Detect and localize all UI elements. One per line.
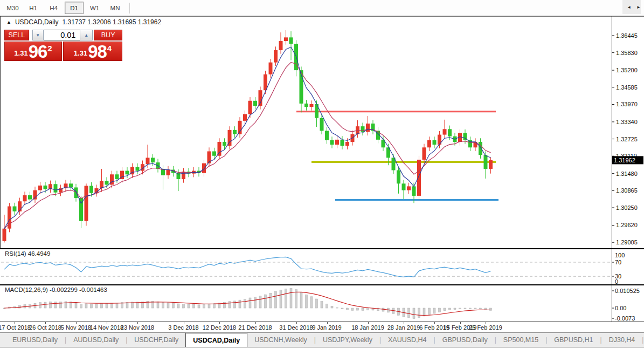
x-axis-label: 28 Jan 2019	[387, 324, 420, 331]
macd-histogram-bar	[280, 290, 282, 308]
arrow-up-icon: ▲	[84, 33, 88, 38]
tab-gbpusd-daily[interactable]: GBPUSD,Daily	[435, 333, 495, 347]
candle-body	[126, 171, 129, 175]
toolbar-separator	[129, 3, 130, 13]
candle-body	[448, 129, 452, 136]
candle-body	[320, 118, 324, 131]
candle-body	[33, 190, 37, 200]
date-axis-tick	[486, 322, 486, 324]
candle-body	[253, 101, 257, 106]
buy-price-prefix: 1.31	[74, 49, 87, 57]
tab-scroll-right-icon[interactable]: ►	[636, 5, 641, 10]
candle-body	[28, 195, 32, 200]
candle-body	[167, 169, 170, 175]
timeframe-mn[interactable]: MN	[106, 2, 124, 14]
one-click-trade-widget: SELL ▼ 0.01 ▲ BUY 1.31 96 2 1.31 98 4	[4, 30, 122, 61]
timeframe-h1[interactable]: H1	[24, 2, 43, 14]
buy-price-button[interactable]: 1.31 98 4	[63, 42, 122, 61]
macd-histogram-bar	[306, 295, 308, 308]
sell-button[interactable]: SELL	[4, 30, 29, 40]
tab-dj30-h4[interactable]: DJ30,H4	[602, 333, 642, 347]
macd-histogram-bar	[244, 299, 246, 308]
candle-body	[269, 63, 273, 74]
buy-price-big: 98	[88, 44, 107, 59]
timeframe-w1[interactable]: W1	[85, 2, 104, 14]
tab-xauusd-h4[interactable]: XAUUSD,H4	[381, 333, 434, 347]
tab-audusd-daily[interactable]: AUDUSD,Daily	[66, 333, 126, 347]
tab-scroll-left-icon[interactable]: ◄	[627, 5, 631, 10]
y-axis-label: 1.30865	[616, 187, 638, 194]
macd-histogram-bar	[80, 304, 82, 308]
y-axis-label: 1.30250	[616, 204, 638, 211]
date-axis-tick	[107, 322, 107, 324]
rsi-indicator-panel[interactable]: 10070300	[0, 249, 644, 285]
macd-histogram-bar	[423, 308, 425, 316]
timeframe-h4[interactable]: H4	[44, 2, 63, 14]
x-axis-label: 26 Oct 2018	[29, 324, 61, 331]
candle-body	[38, 186, 42, 190]
sell-price-button[interactable]: 1.31 96 2	[4, 42, 62, 61]
candle-body	[279, 41, 283, 50]
candle-body	[136, 167, 140, 170]
y-axis-label: 1.35200	[616, 67, 638, 73]
candle-body	[402, 183, 406, 190]
rsi-scale-label: 0	[615, 278, 618, 285]
collapse-triangle-icon[interactable]: ▲	[6, 19, 11, 25]
candle-body	[345, 142, 349, 146]
timeframe-d1[interactable]: D1	[65, 2, 84, 14]
y-axis-label: 1.35830	[616, 50, 638, 56]
tab-scroll-arrows: ◄ ►	[622, 0, 641, 14]
macd-histogram-bar	[336, 308, 338, 308]
y-axis-label: 1.36445	[616, 32, 638, 39]
macd-histogram-bar	[480, 308, 482, 309]
volume-decrease-button[interactable]: ▼	[32, 30, 44, 40]
date-axis-tick	[137, 322, 138, 324]
candle-body	[23, 195, 27, 201]
timeframe-m30[interactable]: M30	[3, 2, 22, 14]
macd-histogram-bar	[239, 300, 241, 308]
tab-sp500-m15[interactable]: SP500,M15	[496, 333, 545, 347]
candle-body	[223, 142, 226, 146]
macd-histogram-bar	[357, 308, 359, 310]
candle-body	[85, 186, 88, 221]
tab-usdcad-daily[interactable]: USDCAD,Daily	[185, 333, 247, 347]
tab-gbpusd-h1[interactable]: GBPUSD,H1	[547, 333, 600, 347]
sell-price-pip: 2	[47, 44, 52, 53]
macd-histogram-bar	[75, 302, 77, 308]
macd-histogram-bar	[91, 304, 93, 308]
tab-usdchf-daily[interactable]: USDCHF,Daily	[127, 333, 185, 347]
volume-increase-button[interactable]: ▲	[80, 30, 93, 40]
candle-body	[54, 184, 58, 192]
y-axis-label: 1.32725	[616, 136, 638, 142]
candle-body	[407, 186, 411, 190]
macd-histogram-bar	[331, 306, 333, 308]
buy-button[interactable]: BUY	[94, 30, 122, 40]
y-axis-label: 1.29620	[616, 222, 638, 228]
candle-body	[115, 174, 119, 179]
x-axis-label: 23 Nov 2018	[121, 324, 154, 331]
macd-histogram-bar	[234, 301, 236, 308]
macd-histogram-bar	[116, 303, 118, 308]
tab-eurusd-daily[interactable]: EURUSD,Daily	[5, 333, 65, 347]
chart-symbol-period: USDCAD,Daily	[15, 18, 59, 26]
macd-scale-label: -0.0073	[615, 315, 635, 322]
date-axis[interactable]: 17 Oct 201826 Oct 20185 Nov 201814 Nov 2…	[0, 322, 644, 332]
chart-tab-bar: EURUSD,Daily|AUDUSD,Daily|USDCHF,DailyUS…	[0, 332, 644, 347]
candle-body	[44, 186, 47, 189]
macd-histogram-bar	[177, 304, 179, 308]
candle-body	[433, 140, 437, 145]
tab-usdcnh-weekly[interactable]: USDCNH,Weekly	[247, 333, 314, 347]
volume-input[interactable]: 0.01	[44, 30, 80, 40]
macd-histogram-bar	[188, 304, 190, 308]
macd-histogram-bar	[454, 308, 456, 310]
macd-histogram-bar	[321, 302, 323, 308]
macd-label: MACD(12,26,9) -0.002299 -0.001463	[5, 286, 107, 293]
candle-body	[417, 160, 421, 196]
macd-histogram-bar	[249, 298, 251, 308]
macd-histogram-bar	[290, 289, 292, 308]
macd-histogram-bar	[208, 304, 210, 308]
macd-histogram-bar	[316, 299, 318, 308]
candle-body	[151, 158, 155, 162]
tab-usdjpy-weekly[interactable]: USDJPY,Weekly	[316, 333, 379, 347]
date-axis-tick	[460, 322, 461, 324]
